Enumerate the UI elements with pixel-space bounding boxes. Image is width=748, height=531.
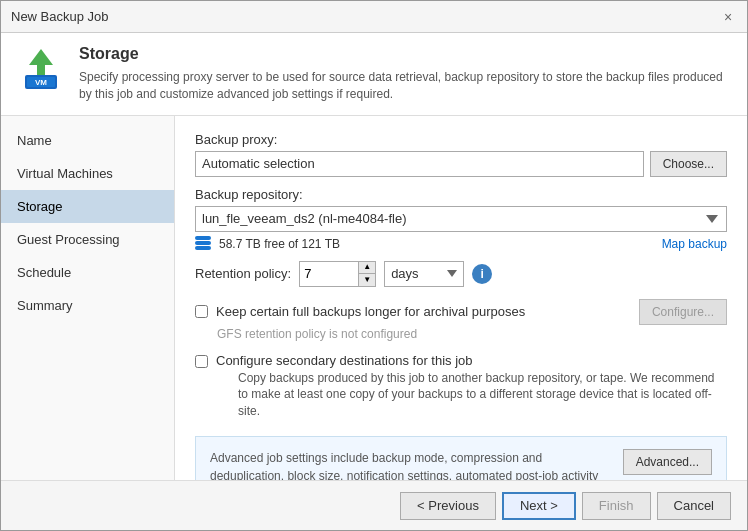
footer: < Previous Next > Finish Cancel [1,480,747,530]
svg-rect-7 [195,246,211,250]
advanced-text: Advanced job settings include backup mod… [210,449,611,480]
sidebar-item-summary[interactable]: Summary [1,289,174,322]
main-content: Backup proxy: Choose... Backup repositor… [175,116,747,480]
spinner-down-button[interactable]: ▼ [359,274,375,286]
svg-text:VM: VM [35,78,47,87]
dialog-title: New Backup Job [11,9,109,24]
previous-button[interactable]: < Previous [400,492,496,520]
storage-free-text: 58.7 TB free of 121 TB [219,237,340,251]
backup-proxy-row: Choose... [195,151,727,177]
header-content: Storage Specify processing proxy server … [79,45,731,103]
header-title: Storage [79,45,731,63]
backup-repository-row: lun_fle_veeam_ds2 (nl-me4084-fle) [195,206,727,232]
spinner-up-button[interactable]: ▲ [359,262,375,275]
secondary-destinations-row: Configure secondary destinations for thi… [195,353,727,420]
body: Name Virtual Machines Storage Guest Proc… [1,116,747,480]
cancel-button[interactable]: Cancel [657,492,731,520]
keep-backups-checkbox[interactable] [195,305,208,318]
secondary-destinations-checkbox[interactable] [195,355,208,368]
dialog: New Backup Job × VM Storage Specify proc… [0,0,748,531]
finish-button[interactable]: Finish [582,492,651,520]
backup-repository-label: Backup repository: [195,187,727,202]
svg-rect-5 [195,236,211,240]
sidebar-item-storage[interactable]: Storage [1,190,174,223]
sidebar-item-name[interactable]: Name [1,124,174,157]
storage-icon: VM [17,45,65,93]
gfs-note: GFS retention policy is not configured [217,327,727,341]
secondary-destinations-desc: Copy backups produced by this job to ano… [238,370,727,420]
secondary-destinations-label: Configure secondary destinations for thi… [216,353,473,368]
header-description: Specify processing proxy server to be us… [79,69,731,103]
backup-repository-select[interactable]: lun_fle_veeam_ds2 (nl-me4084-fle) [195,206,727,232]
retention-value-input[interactable] [299,261,359,287]
sidebar-item-schedule[interactable]: Schedule [1,256,174,289]
header: VM Storage Specify processing proxy serv… [1,33,747,116]
sidebar-item-guest-processing[interactable]: Guest Processing [1,223,174,256]
retention-policy-row: Retention policy: ▲ ▼ days i [195,261,727,287]
advanced-section: Advanced job settings include backup mod… [195,436,727,480]
storage-db-icon [195,236,211,253]
backup-proxy-label: Backup proxy: [195,132,727,147]
sidebar-item-virtual-machines[interactable]: Virtual Machines [1,157,174,190]
choose-proxy-button[interactable]: Choose... [650,151,727,177]
sidebar: Name Virtual Machines Storage Guest Proc… [1,116,175,480]
days-select[interactable]: days [384,261,464,287]
storage-info-row: 58.7 TB free of 121 TB Map backup [195,236,727,253]
info-icon[interactable]: i [472,264,492,284]
keep-backups-row: Keep certain full backups longer for arc… [195,299,727,325]
next-button[interactable]: Next > [502,492,576,520]
backup-proxy-input[interactable] [195,151,644,177]
configure-button: Configure... [639,299,727,325]
svg-rect-6 [195,241,211,245]
svg-marker-0 [29,49,53,77]
retention-policy-label: Retention policy: [195,266,291,281]
close-button[interactable]: × [719,8,737,26]
title-bar: New Backup Job × [1,1,747,33]
spinner-buttons: ▲ ▼ [359,261,376,287]
keep-backups-label: Keep certain full backups longer for arc… [216,304,525,319]
retention-spinner-group: ▲ ▼ [299,261,376,287]
map-backup-link[interactable]: Map backup [662,237,727,251]
advanced-button[interactable]: Advanced... [623,449,712,475]
